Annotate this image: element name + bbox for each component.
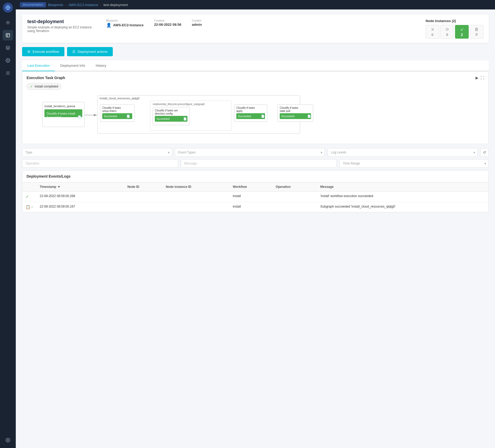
sidebar-item-admin[interactable] [3, 435, 13, 445]
row2-message: Subgraph succeeded 'install_cloud_resour… [317, 202, 488, 212]
created-label: Created [154, 19, 181, 22]
graph-controls: ▶ ⛶ [476, 76, 484, 80]
svg-text:📄: 📄 [183, 117, 187, 121]
time-range-filter[interactable]: Time Range [339, 159, 489, 168]
events-section: Deployment Events/Logs Timestamp ▼ Node … [22, 170, 489, 212]
ni-success-count: 2 [461, 33, 463, 37]
main-task-node[interactable]: Install_terraform_qrarsa Cloudify tf tas… [42, 102, 84, 127]
ni-error-button[interactable]: ✕ 0 [426, 25, 439, 39]
time-range-filter-wrapper: Time Range ▼ [339, 159, 489, 168]
blueprint-name-row: 👤 AWS-EC2-Instance [106, 23, 144, 28]
operation-filter[interactable] [22, 159, 178, 168]
sidebar-item-settings[interactable] [3, 55, 13, 66]
execute-workflow-button[interactable]: ⚙ Execute workflow [22, 47, 64, 56]
breadcrumb-blueprint-name[interactable]: AWS-EC2-Instance [69, 3, 98, 7]
log-levels-filter[interactable]: Log Levels [328, 148, 478, 157]
svg-text:📄: 📄 [261, 114, 265, 118]
row1-node-instance-id [162, 192, 229, 202]
row1-workflow: install [229, 192, 272, 202]
col-timestamp[interactable]: Timestamp ▼ [37, 182, 124, 192]
breadcrumb-sep-2: › [100, 3, 101, 7]
deployment-name: test-deployment [27, 19, 96, 24]
event-types-filter[interactable]: Event Types [175, 148, 325, 157]
message-filter[interactable] [181, 159, 337, 168]
svg-text:state pull: state pull [280, 110, 290, 112]
deployment-actions-label: Deployment actions [78, 50, 108, 54]
events-header-row: Timestamp ▼ Node ID Node instance ID Wor… [22, 182, 488, 192]
creator-meta: Creator admin [192, 19, 202, 27]
node-instances-block: Node Instances (2) ✕ 0 ⟳ 0 ✓ 2 [426, 19, 483, 39]
blueprint-label: Blueprint [106, 19, 144, 22]
row2-node-instance-id [162, 202, 229, 212]
tab-deployment-info-label: Deployment Info [60, 64, 85, 68]
ni-success-icon: ✓ [460, 27, 464, 32]
tab-deployment-info[interactable]: Deployment Info [55, 60, 90, 71]
events-table-body: ✓ 22-08-2022 08:59:00.268 install 'insta… [22, 192, 488, 212]
ni-loading-count: 0 [446, 33, 448, 37]
svg-text:apply: apply [236, 110, 243, 112]
task-graph-svg: Install_terraform_qrarsa Cloudify tf tas… [27, 94, 305, 139]
svg-text:setup linters: setup linters [102, 110, 116, 112]
col-operation: Operation [273, 182, 317, 192]
svg-text:directory config: directory config [155, 112, 173, 115]
tabs-bar: Last Execution Deployment Info History [22, 60, 489, 71]
deployment-header: test-deployment Simple example of deploy… [22, 15, 489, 43]
ni-loading-button[interactable]: ⟳ 0 [440, 25, 454, 39]
col-message: Message [317, 182, 488, 192]
row1-message: 'install' workflow execution succeeded [317, 192, 488, 202]
doc-badge[interactable]: documentation [20, 2, 46, 7]
task2-node[interactable]: Cloudify tf tasks setup linters Succeede… [100, 105, 134, 122]
ni-loading-icon: ⟳ [446, 27, 449, 32]
tab-history[interactable]: History [90, 60, 111, 71]
row2-task-icon: 📋 [25, 205, 30, 209]
sidebar-item-deployments[interactable] [3, 17, 13, 28]
svg-rect-4 [6, 33, 10, 37]
svg-text:📄: 📄 [78, 115, 81, 119]
play-icon[interactable]: ▶ [476, 76, 478, 80]
svg-text:Succeeded: Succeeded [156, 117, 170, 120]
ni-deleted-count: 0 [476, 32, 478, 37]
filter-reset-button[interactable]: ↺ [480, 148, 489, 157]
page-content: test-deployment Simple example of deploy… [16, 9, 495, 448]
svg-text:Cloudify tf tasks: Cloudify tf tasks [280, 106, 298, 109]
svg-text:Cloudify tf tasks set: Cloudify tf tasks set [155, 109, 178, 112]
events-title: Deployment Events/Logs [22, 171, 488, 182]
sort-icon: ▼ [57, 185, 60, 189]
tab-last-execution-label: Last Execution [27, 64, 50, 68]
row2-check-icon: ✓ [31, 205, 33, 209]
sidebar-item-menu[interactable] [3, 68, 13, 78]
creator-value: admin [192, 23, 202, 27]
tab-last-execution[interactable]: Last Execution [22, 60, 55, 71]
svg-text:Succeeded: Succeeded [104, 115, 117, 118]
row2-workflow: install [229, 202, 272, 212]
app-logo [3, 3, 13, 13]
timestamp-sort[interactable]: Timestamp ▼ [40, 185, 60, 189]
expand-icon[interactable]: ⛶ [481, 76, 484, 80]
svg-text:Succeeded: Succeeded [281, 115, 294, 118]
task5-node[interactable]: Cloudify tf tasks state pull Succeeded 📄 [278, 105, 313, 122]
sidebar-item-blueprints[interactable] [3, 30, 13, 40]
row2-timestamp: 22-08-2022 08:59:00.167 [37, 202, 124, 212]
events-table-header: Timestamp ▼ Node ID Node instance ID Wor… [22, 182, 488, 192]
ni-success-button[interactable]: ✓ 2 [455, 25, 469, 39]
log-levels-filter-wrapper: Log Levels ▼ [328, 148, 478, 157]
breadcrumb-sep-1: › [65, 3, 67, 7]
task-graph-canvas: Install_terraform_qrarsa Cloudify tf tas… [27, 94, 484, 140]
deployment-title-block: test-deployment Simple example of deploy… [27, 19, 96, 33]
svg-text:Cloudify tf tasks: Cloudify tf tasks [236, 106, 255, 109]
breadcrumb-blueprints[interactable]: Blueprints [48, 3, 63, 7]
filter-row-2: Time Range ▼ [22, 159, 489, 168]
ni-deleted-button[interactable]: 🗑 0 [470, 25, 483, 39]
task-graph-title: Execution Task Graph [27, 76, 65, 80]
svg-point-2 [7, 22, 9, 23]
events-table: Timestamp ▼ Node ID Node instance ID Wor… [22, 182, 488, 212]
task3-node[interactable]: Cloudify tf tasks set directory config S… [153, 107, 190, 125]
deployment-actions-button[interactable]: ☰ Deployment actions [67, 47, 113, 56]
row1-success-icon: ✓ [25, 194, 29, 199]
creator-label: Creator [192, 19, 202, 22]
svg-point-11 [7, 440, 9, 441]
type-filter[interactable]: Type [22, 148, 172, 157]
sidebar-item-plugins[interactable] [3, 43, 13, 53]
main-content: documentation Blueprints › AWS-EC2-Insta… [16, 0, 495, 448]
task4-node[interactable]: Cloudify tf tasks apply Succeeded 📄 [234, 105, 267, 122]
